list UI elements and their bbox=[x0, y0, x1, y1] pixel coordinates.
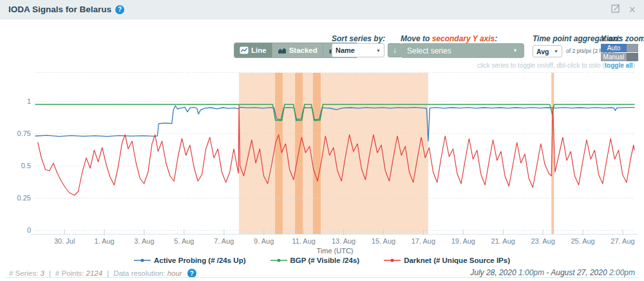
footer-divider bbox=[5, 277, 639, 278]
legend-label: Active Probing (# /24s Up) bbox=[154, 257, 246, 264]
line-chart-icon bbox=[240, 46, 249, 54]
y-axis-tick-label: 0.5 bbox=[21, 162, 31, 170]
chevron-down-icon: ▼ bbox=[376, 48, 381, 53]
aggregation-select[interactable]: Avg ▼ bbox=[533, 45, 562, 57]
x-axis-tick-label: 3. Aug bbox=[134, 237, 154, 245]
sort-descending-button[interactable]: ↓ bbox=[388, 43, 402, 57]
line-view-button[interactable]: Line bbox=[234, 43, 272, 57]
y-axis: 00.250.50.751 bbox=[17, 97, 31, 234]
page-title: IODA Signals for Belarus bbox=[8, 5, 111, 14]
widget-header: IODA Signals for Belarus ? × bbox=[0, 0, 644, 19]
close-icon[interactable]: × bbox=[629, 4, 636, 15]
chevron-down-icon: ▼ bbox=[513, 48, 518, 53]
help-icon[interactable]: ? bbox=[115, 5, 124, 14]
y-axis-tick-label: 0 bbox=[27, 226, 31, 234]
outage-highlight-region bbox=[295, 73, 303, 234]
help-icon[interactable]: ? bbox=[187, 269, 196, 278]
x-axis-tick-label: 30. Jul bbox=[54, 237, 75, 245]
chart-legend: Active Probing (# /24s Up)BGP (# Visible… bbox=[0, 257, 644, 264]
x-axis-tick-label: 21. Aug bbox=[491, 237, 515, 245]
x-axis-tick-label: 23. Aug bbox=[531, 237, 554, 245]
x-axis-tick-label: 1. Aug bbox=[94, 237, 114, 245]
legend-label: Darknet (# Unique Source IPs) bbox=[404, 257, 510, 264]
y-zoom-label: Y axis zoom: bbox=[601, 34, 644, 43]
y-zoom-toggle: Auto Manual bbox=[601, 44, 638, 62]
y-zoom-manual-button[interactable]: Manual bbox=[601, 53, 638, 61]
secondary-axis-label: Move to secondary Y axis: bbox=[401, 34, 497, 43]
y-axis-tick-label: 1 bbox=[27, 97, 31, 105]
chevron-down-icon: ▼ bbox=[554, 49, 558, 53]
y-axis-tick-label: 0.25 bbox=[17, 194, 31, 202]
series-count: 3 bbox=[40, 269, 44, 277]
legend-item[interactable]: Darknet (# Unique Source IPs) bbox=[384, 257, 510, 264]
series-toggle-hint: click series to toggle on/off, dbl-click… bbox=[477, 62, 635, 69]
x-axis-tick-label: 7. Aug bbox=[214, 237, 234, 245]
x-axis-tick-label: 15. Aug bbox=[372, 237, 395, 245]
x-axis-tick-label: 25. Aug bbox=[571, 237, 594, 245]
y-axis-tick-label: 0.75 bbox=[17, 130, 31, 137]
x-axis-tick-label: 11. Aug bbox=[292, 237, 316, 245]
legend-marker bbox=[384, 257, 401, 264]
outage-highlight-region bbox=[275, 73, 283, 234]
x-axis-tick-label: 27. Aug bbox=[611, 237, 634, 245]
stacked-view-button[interactable]: Stacked bbox=[272, 43, 323, 57]
x-axis-tick-label: 13. Aug bbox=[332, 237, 355, 245]
legend-label: BGP (# Visible /24s) bbox=[290, 257, 360, 264]
legend-marker bbox=[270, 257, 287, 264]
x-axis-tick-label: 5. Aug bbox=[174, 237, 194, 245]
toggle-all-link[interactable]: toggle all bbox=[605, 62, 633, 69]
legend-marker bbox=[134, 257, 151, 264]
x-axis-tick-label: 17. Aug bbox=[412, 237, 435, 245]
outage-highlight-region bbox=[313, 73, 321, 234]
outage-highlight-region bbox=[239, 73, 428, 234]
chart-stats: # Series: 3 | # Points: 2124 | Data reso… bbox=[9, 269, 196, 278]
edit-icon[interactable] bbox=[611, 3, 621, 15]
x-axis-title: Time (UTC) bbox=[316, 247, 353, 255]
sort-select[interactable]: Name ▼ bbox=[332, 43, 384, 57]
highlight-regions bbox=[239, 73, 554, 234]
area-chart-icon bbox=[278, 46, 287, 54]
secondary-axis-select[interactable]: Select series ▼ bbox=[401, 43, 524, 58]
date-range: July 28, 2020 1:00pm - August 27, 2020 2… bbox=[470, 268, 635, 277]
points-count: 2124 bbox=[86, 269, 103, 277]
y-zoom-auto-button[interactable]: Auto bbox=[601, 44, 638, 52]
sort-label: Sort series by: bbox=[332, 34, 385, 43]
x-axis-tick-label: 19. Aug bbox=[451, 237, 475, 245]
x-axis-tick-label: 9. Aug bbox=[254, 237, 274, 245]
data-resolution: hour bbox=[167, 269, 182, 277]
legend-item[interactable]: Active Probing (# /24s Up) bbox=[134, 257, 246, 264]
legend-item[interactable]: BGP (# Visible /24s) bbox=[270, 257, 360, 264]
